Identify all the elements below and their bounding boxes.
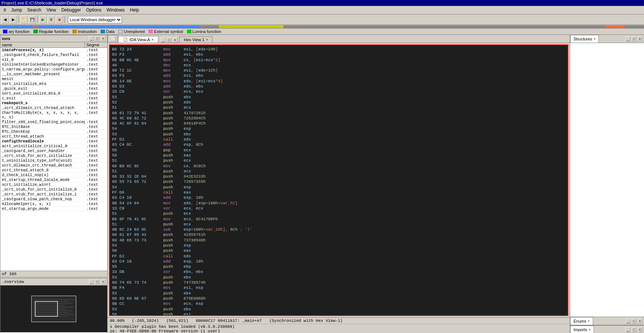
tab-enums-close[interactable]: × <box>588 319 589 323</box>
asm-row-29[interactable]: 8B 54 24 04movedx, [esp+100h+var_FC] <box>111 201 566 206</box>
imports-minimize[interactable]: _ <box>625 327 631 332</box>
view-graph-btn[interactable]: ⬜ <box>109 36 116 42</box>
function-row-10[interactable]: c_exit.text <box>0 96 107 101</box>
save-button[interactable]: 💾 <box>29 16 36 24</box>
tab-structures-close[interactable]: × <box>594 37 595 41</box>
function-row-18[interactable]: configthreadlocale.text <box>0 139 107 144</box>
asm-row-33[interactable]: 51pushecx <box>111 222 566 227</box>
asm-row-25[interactable]: 68 55 73 65 72push72657355h <box>111 179 566 184</box>
asm-row-1[interactable]: 03 F3addesi, ebx <box>111 52 566 57</box>
asm-row-28[interactable]: 83 C4 10addesp, 10h <box>111 195 566 200</box>
function-row-31[interactable]: AllocaHelper(x, x, x).text <box>0 202 107 207</box>
debugger-dropdown[interactable]: Local Windows debugger <box>68 16 122 23</box>
asm-row-4[interactable]: 88 72 1Cmovesi, [edx+1Ch] <box>111 68 566 73</box>
asm-row-35[interactable]: 68 61 67 65 42push42656761h <box>111 232 566 237</box>
function-row-3[interactable]: nlnlineInterlockedExchangePointer.text <box>0 62 107 67</box>
asm-row-22[interactable]: 66 B9 6C 6Cmovcx, 6C6Ch <box>111 164 566 169</box>
function-row-4[interactable]: t_narrow_argv_policy::configure_argv(voi… <box>0 67 107 72</box>
asm-row-46[interactable]: 53pushebx <box>111 291 566 296</box>
asm-row-44[interactable]: 68 74 65 73 74push74736574h <box>111 280 566 285</box>
asm-row-26[interactable]: 54pushesp <box>111 185 566 190</box>
tab-imports[interactable]: Imports × <box>570 326 594 333</box>
function-row-20[interactable]: _castguard_set_user_handler.text <box>0 149 107 154</box>
menu-item-it[interactable]: it <box>1 7 8 13</box>
function-row-30[interactable]: _castguard_slow_path_check_nop.text <box>0 197 107 202</box>
asm-row-24[interactable]: 68 33 32 2E 64push642E3233h <box>111 174 566 179</box>
asm-row-7[interactable]: 03 D3addedx, ebx <box>111 84 566 89</box>
asm-row-20[interactable]: 50pusheax <box>111 153 566 158</box>
open-button[interactable]: 📁 <box>20 16 28 24</box>
enums-close[interactable]: × <box>637 319 643 324</box>
asm-row-15[interactable]: 54pushesp <box>111 126 566 131</box>
run-button[interactable]: ▶ <box>39 16 47 24</box>
asm-row-0[interactable]: B8 72 24movesi, [edx+24h] <box>111 47 566 52</box>
stop-button[interactable]: ■ <box>56 16 63 24</box>
asm-row-2[interactable]: 66 8B 0C 4Emovcx, [esi+ecx*2] <box>111 57 566 63</box>
structures-close[interactable]: × <box>637 36 643 42</box>
function-row-1[interactable]: _castguard_check_failure_fastfail.text <box>0 53 107 57</box>
overview-close-button[interactable]: × <box>101 279 106 284</box>
tab-imports-close[interactable]: × <box>589 328 591 332</box>
function-row-22[interactable]: t_uninitialize_type_info(void).text <box>0 158 107 163</box>
ida-view-minimize[interactable]: _ <box>161 37 166 43</box>
structures-restore[interactable]: □ <box>631 36 637 42</box>
asm-row-18[interactable]: 83 C4 0Caddesp, 0Ch <box>111 142 566 147</box>
ida-view-close[interactable]: × <box>172 37 178 43</box>
asm-row-9[interactable]: 53pushebx <box>111 95 566 100</box>
function-row-24[interactable]: vcrt_thread_attach_0.text <box>0 168 107 173</box>
asm-row-47[interactable]: 68 6D 69 6E 67push676E696Dh <box>111 296 566 301</box>
asm-row-31[interactable]: 51pushecx <box>111 211 566 216</box>
function-row-12[interactable]: _scrt_dllmain_crt_thread_attach.text <box>0 106 107 111</box>
function-row-11[interactable]: rmakepath_s.text <box>0 101 107 106</box>
asm-row-43[interactable]: 53pushebx <box>111 275 566 280</box>
asm-row-30[interactable]: 33 C9xorecx, ecx <box>111 206 566 211</box>
function-row-32[interactable]: et_startup_argv_mode.text <box>0 207 107 211</box>
back-button[interactable]: ◀ <box>1 16 9 24</box>
menu-item-search[interactable]: Search <box>25 7 43 13</box>
menu-item-jump[interactable]: Jump <box>9 7 24 13</box>
enums-restore[interactable]: □ <box>631 319 637 324</box>
tab-structures[interactable]: Structures × <box>570 35 599 43</box>
asm-row-14[interactable]: 68 4C 6F 61 64push64616F4Ch <box>111 121 566 126</box>
asm-row-6[interactable]: 8B 14 8Emovedx, [esi+ecx*4] <box>111 79 566 84</box>
function-row-5[interactable]: __is_user_mathemr_present.text <box>0 72 107 77</box>
asm-row-36[interactable]: 68 4D 65 73 73push7373654Dh <box>111 238 566 243</box>
ida-view[interactable]: B8 72 24movesi, [edx+24h]03 F3addesi, eb… <box>109 44 568 316</box>
menu-item-help[interactable]: Help <box>128 7 141 13</box>
asm-row-40[interactable]: 83 C4 18addesp, 18h <box>111 259 566 264</box>
asm-row-37[interactable]: 54pushesp <box>111 243 566 248</box>
asm-row-42[interactable]: 33 DBxorebx, ebx <box>111 269 566 274</box>
asm-row-34[interactable]: 8B 6C 24 03 6Csubesp+100h+var_105], 6Ch … <box>111 227 566 232</box>
menu-item-windows[interactable]: Windows <box>104 7 127 13</box>
functions-list[interactable]: inateProcess(x, z).text_castguard_check_… <box>0 48 107 271</box>
asm-row-3[interactable]: 49dececx <box>111 63 566 68</box>
pause-button[interactable]: ⏸ <box>47 16 55 24</box>
asm-row-27[interactable]: FF D0calleax <box>111 190 566 195</box>
functions-close-button[interactable]: × <box>101 36 106 41</box>
tab-hex-view[interactable]: Hex View 1 × <box>179 36 213 43</box>
function-row-27[interactable]: scrt_initialize_winrt.text <box>0 182 107 187</box>
function-row-19[interactable]: acrt_uninitialize_critical_0.text <box>0 144 107 149</box>
function-row-28[interactable]: _scrt_stub_for_scrt_initialize_0.text <box>0 187 107 192</box>
asm-row-48[interactable]: 8B CCmovecx, esp <box>111 301 566 306</box>
function-row-8[interactable]: _quick_exit.text <box>0 86 107 91</box>
function-row-29[interactable]: _scrt_stub_for_acrt_initialize_1.text <box>0 192 107 197</box>
menu-item-options[interactable]: Options <box>84 7 104 13</box>
function-row-14[interactable]: filter_x86_sse2_floating_point_exception… <box>0 120 107 125</box>
function-row-0[interactable]: inateProcess(x, z).text <box>0 48 107 53</box>
tab-ida-view-close[interactable]: × <box>151 38 153 42</box>
forward-button[interactable]: ▶ <box>10 16 17 24</box>
asm-row-50[interactable]: 56pushesi <box>111 312 566 316</box>
imports-restore[interactable]: □ <box>631 327 637 332</box>
functions-restore-button[interactable]: □ <box>95 36 100 41</box>
tab-enums[interactable]: Enums × <box>570 317 593 325</box>
menu-item-debugger[interactable]: Debugger <box>59 7 83 13</box>
function-row-16[interactable]: RTC_CheckEsp.text <box>0 129 107 134</box>
imports-close[interactable]: × <box>637 327 643 332</box>
asm-row-13[interactable]: 68 4C 69 62 72push7262694Ch <box>111 116 566 121</box>
asm-row-23[interactable]: 51pushecx <box>111 169 566 174</box>
function-row-9[interactable]: sort_exe_initialize_mta_0.text <box>0 91 107 96</box>
function-row-26[interactable]: et_startup_thread_locale_mode.text <box>0 178 107 182</box>
asm-row-12[interactable]: 68 61 72 79 41push41797261h <box>111 111 566 116</box>
function-row-23[interactable]: scrt_dllmain_crt_thread_detach.text <box>0 163 107 168</box>
